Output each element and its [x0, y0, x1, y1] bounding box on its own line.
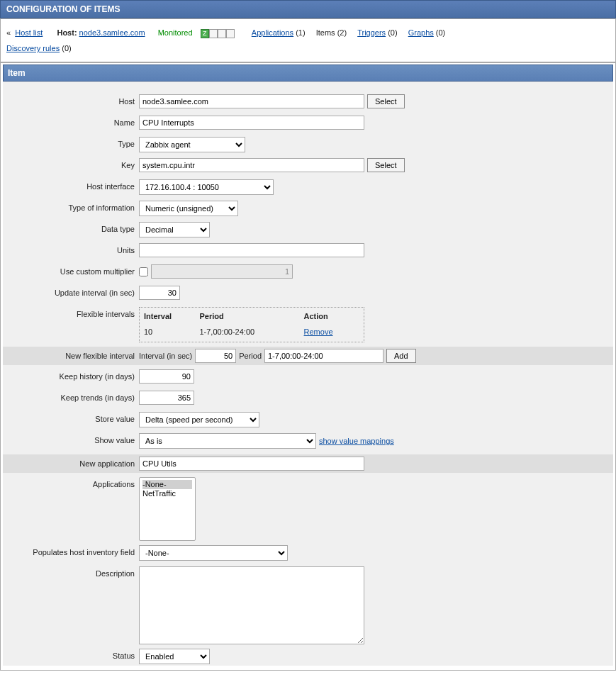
- back-arrow: «: [6, 28, 11, 37]
- multiplier-checkbox[interactable]: [139, 267, 148, 276]
- show-value-mappings-link[interactable]: show value mappings: [319, 437, 394, 445]
- triggers-count: (0): [388, 28, 397, 37]
- applications-count: (1): [296, 28, 305, 37]
- graphs-link[interactable]: Graphs: [408, 28, 434, 37]
- new-flex-period-input[interactable]: [264, 349, 383, 363]
- description-label: Description: [3, 566, 139, 578]
- items-label: Items: [316, 28, 335, 37]
- availability-icons: Z: [201, 29, 235, 38]
- keep-trends-input[interactable]: [139, 391, 194, 405]
- new-flex-interval-input[interactable]: [195, 349, 236, 363]
- host-name-link[interactable]: node3.samlee.com: [79, 28, 145, 37]
- key-field-label: Key: [3, 158, 139, 169]
- zbx-avail-icon: Z: [201, 29, 209, 38]
- applications-select[interactable]: -None- NetTraffic: [139, 477, 196, 541]
- jmx-avail-icon: [218, 29, 226, 38]
- keep-history-label: Keep history (in days): [3, 369, 139, 381]
- host-interface-label: Host interface: [3, 179, 139, 191]
- host-field-label: Host: [3, 94, 139, 106]
- applications-link[interactable]: Applications: [252, 28, 293, 37]
- update-interval-input[interactable]: [139, 286, 180, 300]
- data-type-label: Data type: [3, 222, 139, 233]
- discovery-link[interactable]: Discovery rules: [6, 44, 60, 52]
- host-interface-select[interactable]: 172.16.100.4 : 10050: [139, 179, 274, 195]
- flex-col-action: Action: [304, 312, 359, 320]
- data-type-select[interactable]: Decimal: [139, 222, 210, 237]
- page-header: CONFIGURATION OF ITEMS: [0, 0, 616, 18]
- new-app-input[interactable]: [139, 457, 364, 471]
- update-interval-label: Update interval (in sec): [3, 286, 139, 297]
- ipmi-avail-icon: [226, 29, 235, 38]
- flex-row-period: 1-7,00:00-24:00: [199, 328, 303, 336]
- graphs-count: (0): [436, 28, 445, 37]
- info-type-label: Type of information: [3, 201, 139, 212]
- info-type-select[interactable]: Numeric (unsigned): [139, 201, 238, 216]
- keep-history-input[interactable]: [139, 369, 194, 384]
- monitored-status: Monitored: [158, 28, 193, 37]
- new-flex-add-button[interactable]: Add: [386, 349, 416, 363]
- description-textarea[interactable]: [139, 566, 364, 644]
- multiplier-input: [151, 264, 293, 279]
- flex-row: 10 1-7,00:00-24:00 Remove: [140, 325, 364, 342]
- triggers-link[interactable]: Triggers: [357, 28, 386, 37]
- flex-row-interval: 10: [144, 328, 199, 336]
- snmp-avail-icon: [209, 29, 218, 38]
- status-select[interactable]: Enabled: [139, 649, 210, 664]
- item-panel-header: Item: [3, 65, 613, 82]
- host-nav-bar: « Host list Host: node3.samlee.com Monit…: [0, 18, 616, 62]
- key-select-button[interactable]: Select: [367, 158, 405, 172]
- name-input[interactable]: [139, 116, 364, 130]
- flex-col-interval: Interval: [144, 312, 199, 320]
- type-select[interactable]: Zabbix agent: [139, 137, 245, 152]
- units-label: Units: [3, 243, 139, 254]
- new-flex-period-label: Period: [239, 352, 262, 360]
- items-count: (2): [337, 28, 347, 37]
- host-select-button[interactable]: Select: [367, 94, 405, 108]
- units-input[interactable]: [139, 243, 364, 257]
- key-input[interactable]: [139, 158, 364, 172]
- new-flex-interval-label: Interval (in sec): [139, 352, 192, 360]
- flex-intervals-label: Flexible intervals: [3, 307, 139, 318]
- new-app-label: New application: [3, 459, 139, 468]
- applications-label: Applications: [3, 477, 139, 488]
- status-label: Status: [3, 649, 139, 660]
- host-input[interactable]: [139, 94, 364, 108]
- name-field-label: Name: [3, 116, 139, 127]
- flex-row-remove-link[interactable]: Remove: [304, 328, 333, 336]
- flex-col-period: Period: [199, 312, 303, 320]
- store-value-label: Store value: [3, 412, 139, 423]
- multiplier-label: Use custom multiplier: [3, 264, 139, 276]
- show-value-label: Show value: [3, 433, 139, 444]
- pop-inventory-select[interactable]: -None-: [139, 545, 288, 561]
- keep-trends-label: Keep trends (in days): [3, 391, 139, 402]
- host-list-link[interactable]: Host list: [15, 28, 43, 37]
- flex-intervals-table: Interval Period Action 10 1-7,00:00-24:0…: [139, 307, 364, 342]
- host-label: Host:: [57, 28, 77, 37]
- pop-inventory-label: Populates host inventory field: [3, 545, 139, 556]
- new-flex-label: New flexible interval: [3, 352, 139, 360]
- type-field-label: Type: [3, 137, 139, 148]
- show-value-select[interactable]: As is: [139, 433, 316, 449]
- discovery-count: (0): [62, 44, 71, 52]
- item-form: Host Select Name Type Zabbix agent Key S…: [3, 82, 613, 666]
- store-value-select[interactable]: Delta (speed per second): [139, 412, 259, 427]
